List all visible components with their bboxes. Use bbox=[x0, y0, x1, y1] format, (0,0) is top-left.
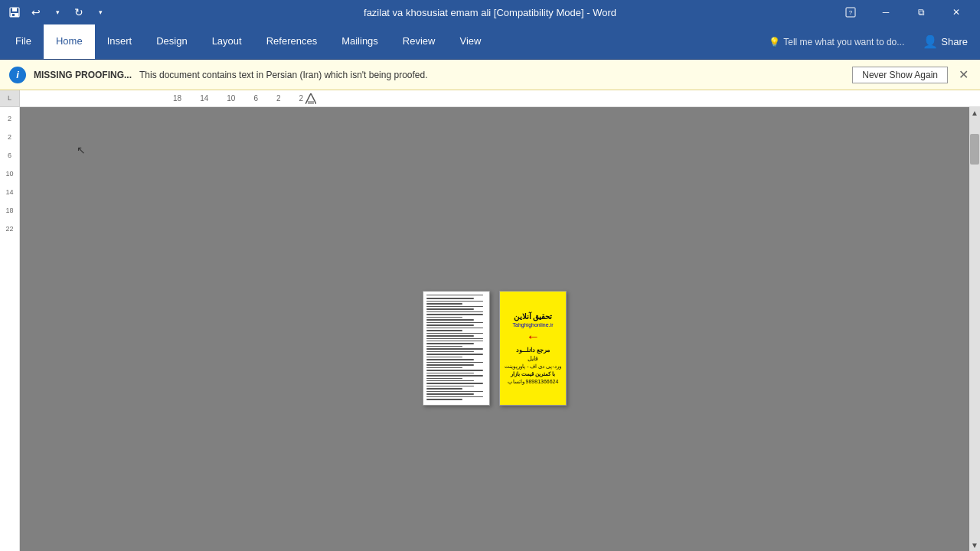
page-1-content bbox=[423, 292, 489, 405]
notification-bar: i MISSING PROOFING... This document cont… bbox=[0, 60, 980, 90]
scrollbar-thumb[interactable] bbox=[970, 134, 979, 165]
redo-icon[interactable]: ↻ bbox=[70, 4, 87, 21]
ruler-horizontal-marks: 18 14 10 6 2 2 bbox=[20, 90, 980, 107]
save-icon[interactable] bbox=[6, 4, 23, 21]
vruler-mark-10: 10 bbox=[0, 170, 19, 188]
notification-close-button[interactable]: ✕ bbox=[956, 67, 971, 83]
notification-title: MISSING PROOFING... bbox=[34, 70, 132, 80]
ad-line3: ورد-پی دی اف - پاورپوینت bbox=[505, 364, 560, 370]
canvas-area[interactable]: ↖ bbox=[20, 107, 969, 551]
tab-design[interactable]: Design bbox=[144, 24, 199, 59]
undo-dropdown-icon[interactable]: ▾ bbox=[49, 4, 66, 21]
tab-layout[interactable]: Layout bbox=[200, 24, 254, 59]
notification-message: This document contains text in Persian (… bbox=[139, 70, 844, 80]
ruler-mark-14: 14 bbox=[200, 94, 208, 103]
ad-line2: فایل bbox=[528, 355, 538, 362]
pages-container: تحقیق آنلاین Tahghighonline.ir ← مرجع دا… bbox=[423, 291, 567, 406]
ad-title: تحقیق آنلاین bbox=[514, 312, 553, 321]
tell-me-box[interactable]: 💡 Tell me what you want to do... bbox=[760, 24, 913, 59]
vruler-mark-22: 22 bbox=[0, 225, 19, 243]
notification-info-icon: i bbox=[9, 67, 26, 83]
scrollbar-up-button[interactable]: ▲ bbox=[969, 107, 980, 119]
scrollbar-down-button[interactable]: ▼ bbox=[969, 540, 980, 551]
restore-button[interactable]: ⧉ bbox=[903, 0, 939, 24]
close-button[interactable]: ✕ bbox=[939, 0, 974, 24]
ad-arrow: ← bbox=[526, 329, 540, 345]
page-1-thumbnail[interactable] bbox=[423, 291, 490, 406]
title-bar-left: ↩ ▾ ↻ ▾ bbox=[6, 4, 109, 21]
main-area: 2 2 6 10 14 18 22 ↖ bbox=[0, 107, 980, 551]
ad-url: Tahghighonline.ir bbox=[513, 322, 554, 328]
undo-icon[interactable]: ↩ bbox=[28, 4, 44, 21]
title-bar-controls: ? ─ ⧉ ✕ bbox=[833, 0, 974, 24]
horizontal-ruler: L 18 14 10 6 2 2 bbox=[0, 90, 980, 107]
tab-insert[interactable]: Insert bbox=[95, 24, 145, 59]
tab-file[interactable]: File bbox=[3, 24, 44, 59]
person-icon: 👤 bbox=[923, 34, 938, 49]
never-show-again-button[interactable]: Never Show Again bbox=[852, 67, 948, 83]
vruler-mark-14: 14 bbox=[0, 188, 19, 207]
ruler-mark-6: 6 bbox=[253, 94, 258, 103]
ad-line5: 98981366624 واتساپ bbox=[508, 379, 559, 385]
qa-dropdown-icon[interactable]: ▾ bbox=[92, 4, 109, 21]
svg-text:?: ? bbox=[849, 9, 853, 16]
ruler-mark-2b: 2 bbox=[299, 94, 304, 103]
svg-rect-1 bbox=[12, 8, 17, 11]
lightbulb-icon: 💡 bbox=[769, 37, 780, 47]
minimize-button[interactable]: ─ bbox=[868, 0, 903, 24]
ribbon: File Home Insert Design Layout Reference… bbox=[0, 24, 980, 60]
vruler-mark-2: 2 bbox=[0, 115, 19, 133]
tab-view[interactable]: View bbox=[447, 24, 493, 59]
vruler-mark-6: 6 bbox=[0, 152, 19, 170]
svg-rect-3 bbox=[12, 14, 15, 16]
vruler-mark-2b: 2 bbox=[0, 133, 19, 152]
vruler-mark-18: 18 bbox=[0, 207, 19, 225]
vertical-scrollbar[interactable]: ▲ ▼ bbox=[969, 107, 980, 551]
vertical-ruler: 2 2 6 10 14 18 22 bbox=[0, 107, 20, 551]
ad-line1: مرجع دانلـــود bbox=[516, 347, 550, 354]
ruler-corner[interactable]: L bbox=[0, 90, 20, 107]
share-button[interactable]: 👤 Share bbox=[913, 24, 977, 59]
help-button[interactable]: ? bbox=[833, 0, 868, 24]
tab-review[interactable]: Review bbox=[390, 24, 448, 59]
ruler-corner-icon: L bbox=[8, 94, 11, 102]
title-bar-title: fazilat va khosusiat emam ali [Compatibi… bbox=[364, 7, 616, 18]
tab-mailings[interactable]: Mailings bbox=[329, 24, 390, 59]
mouse-cursor: ↖ bbox=[77, 144, 86, 156]
tab-home[interactable]: Home bbox=[44, 24, 95, 59]
page-2-thumbnail[interactable]: تحقیق آنلاین Tahghighonline.ir ← مرجع دا… bbox=[499, 291, 567, 406]
ruler-mark-18: 18 bbox=[173, 94, 181, 103]
tab-references[interactable]: References bbox=[254, 24, 329, 59]
title-bar: ↩ ▾ ↻ ▾ fazilat va khosusiat emam ali [C… bbox=[0, 0, 980, 24]
tell-me-text: Tell me what you want to do... bbox=[783, 37, 904, 47]
ruler-mark-2: 2 bbox=[276, 94, 281, 103]
svg-rect-8 bbox=[308, 101, 314, 104]
ruler-mark-10: 10 bbox=[227, 94, 235, 103]
ad-line4: با کمترین قیمت بازار bbox=[511, 371, 555, 377]
